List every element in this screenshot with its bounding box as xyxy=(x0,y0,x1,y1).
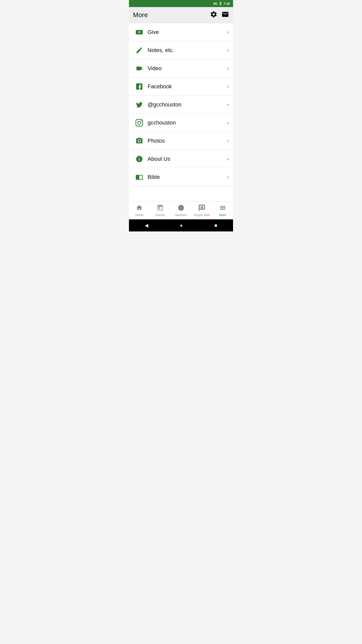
money-icon: $ $ xyxy=(135,28,143,36)
photos-label: Photos xyxy=(146,138,227,144)
facebook-label: Facebook xyxy=(146,83,227,90)
battery-icon: 🔋 xyxy=(218,2,222,6)
menu-item-notes[interactable]: Notes, etc. › xyxy=(129,41,233,59)
twitter-chevron: › xyxy=(227,102,229,107)
nav-events[interactable]: Events xyxy=(150,202,171,219)
about-label: About Us xyxy=(146,156,227,162)
system-nav-bar: ◀ ● ■ xyxy=(129,219,233,231)
give-icon-wrap: $ $ xyxy=(133,28,146,36)
twitter-icon-wrap xyxy=(133,101,146,108)
time-display: 7:42 xyxy=(223,2,230,6)
more-nav-label: More xyxy=(219,213,226,217)
bible-chevron: › xyxy=(227,174,229,180)
prayer-wall-nav-label: Prayer Wall xyxy=(194,213,210,217)
prayer-wall-icon xyxy=(198,204,205,212)
menu-item-video[interactable]: Video › xyxy=(129,59,233,77)
video-chevron: › xyxy=(227,65,229,71)
video-camera-icon xyxy=(135,65,143,72)
content-spacer xyxy=(129,186,233,201)
book-icon xyxy=(135,173,143,181)
svg-rect-10 xyxy=(180,205,182,208)
about-chevron: › xyxy=(227,156,229,162)
events-icon xyxy=(157,204,164,212)
instagram-icon xyxy=(135,119,143,127)
pencil-icon xyxy=(135,47,143,54)
info-icon xyxy=(135,155,143,163)
home-icon xyxy=(136,204,143,212)
nav-more[interactable]: More xyxy=(212,202,233,219)
nav-sermons[interactable]: Sermons xyxy=(171,202,192,219)
svg-text:$: $ xyxy=(139,31,140,34)
header-actions xyxy=(210,11,229,20)
mail-button[interactable] xyxy=(221,11,229,20)
home-nav-label: Home xyxy=(135,213,143,217)
nav-home[interactable]: Home xyxy=(129,202,150,219)
status-bar: 4G 🔋 7:42 xyxy=(129,0,233,7)
facebook-icon xyxy=(135,83,143,90)
video-icon-wrap xyxy=(133,65,146,72)
camera-icon xyxy=(135,137,143,145)
nav-prayer-wall[interactable]: Prayer Wall xyxy=(191,202,212,219)
facebook-chevron: › xyxy=(227,84,229,89)
menu-item-facebook[interactable]: Facebook › xyxy=(129,77,233,96)
give-label: Give xyxy=(146,29,227,35)
photos-icon-wrap xyxy=(133,137,146,145)
settings-button[interactable] xyxy=(210,11,217,20)
menu-item-twitter[interactable]: @gcchouston › xyxy=(129,96,233,114)
photos-chevron: › xyxy=(227,138,229,144)
about-icon-wrap xyxy=(133,155,146,163)
menu-item-photos[interactable]: Photos › xyxy=(129,132,233,150)
recents-button[interactable]: ■ xyxy=(214,223,217,228)
facebook-icon-wrap xyxy=(133,83,146,90)
header: More xyxy=(129,7,233,23)
bible-label: Bible xyxy=(146,174,227,180)
sermons-icon xyxy=(177,204,185,212)
instagram-icon-wrap xyxy=(133,119,146,127)
give-chevron: › xyxy=(227,29,229,35)
back-button[interactable]: ◀ xyxy=(145,223,148,228)
video-label: Video xyxy=(146,65,227,72)
page-title: More xyxy=(133,11,148,19)
sermons-nav-label: Sermons xyxy=(175,213,187,217)
events-nav-label: Events xyxy=(156,213,165,217)
bible-icon-wrap xyxy=(133,173,146,181)
notes-icon-wrap xyxy=(133,47,146,54)
menu-item-instagram[interactable]: gcchouston › xyxy=(129,114,233,132)
bottom-navigation: Home Events Sermons xyxy=(129,201,233,219)
menu-item-about[interactable]: About Us › xyxy=(129,150,233,168)
instagram-label: gcchouston xyxy=(146,119,227,126)
notes-label: Notes, etc. xyxy=(146,47,227,54)
twitter-label: @gcchouston xyxy=(146,101,227,108)
instagram-chevron: › xyxy=(227,120,229,126)
menu-list: $ $ Give › Notes, etc. › Video › xyxy=(129,23,233,186)
signal-indicator: 4G xyxy=(213,2,217,6)
twitter-icon xyxy=(135,101,143,108)
menu-item-give[interactable]: $ $ Give › xyxy=(129,23,233,41)
home-button[interactable]: ● xyxy=(180,223,183,228)
notes-chevron: › xyxy=(227,47,229,53)
status-icons: 4G 🔋 7:42 xyxy=(213,2,230,6)
menu-item-bible[interactable]: Bible › xyxy=(129,168,233,186)
more-nav-icon xyxy=(219,204,226,212)
